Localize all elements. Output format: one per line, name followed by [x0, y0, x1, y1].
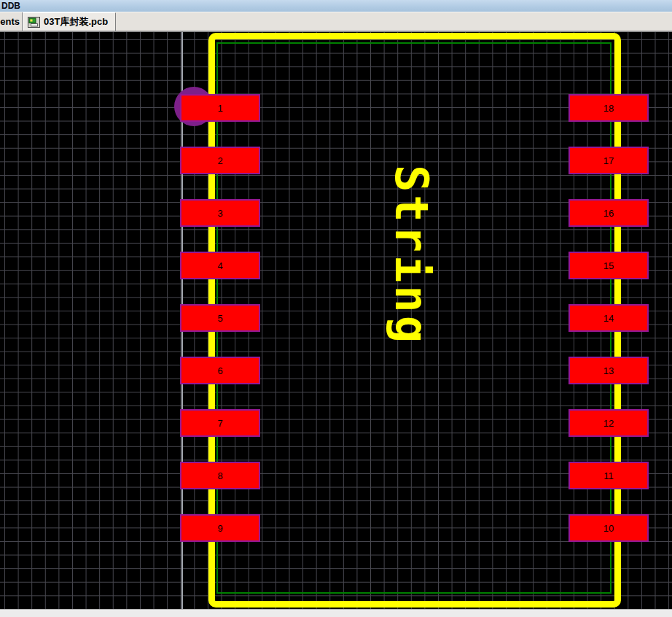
pad-5[interactable]: 5: [180, 304, 260, 332]
tab-documents-label: ents: [0, 16, 20, 27]
pad-3[interactable]: 3: [180, 199, 260, 227]
pad-7[interactable]: 7: [180, 409, 260, 437]
pad-12[interactable]: 12: [569, 409, 649, 437]
pad-number: 12: [603, 418, 614, 429]
pcb-document-icon: [28, 17, 40, 28]
horizontal-scrollbar[interactable]: [0, 609, 672, 617]
pad-15[interactable]: 15: [569, 252, 649, 279]
silkscreen-string-text[interactable]: String: [387, 153, 435, 357]
pad-number: 18: [603, 103, 614, 114]
pad-16[interactable]: 16: [569, 199, 649, 227]
pad-number: 13: [603, 365, 614, 376]
pad-number: 9: [217, 523, 222, 534]
pad-6[interactable]: 6: [180, 357, 260, 384]
pad-number: 15: [603, 260, 614, 271]
pad-11[interactable]: 11: [569, 462, 649, 489]
pad-1[interactable]: 1: [180, 94, 260, 122]
pad-number: 2: [217, 155, 222, 166]
pad-17[interactable]: 17: [569, 147, 649, 174]
pad-number: 3: [217, 208, 222, 219]
pad-number: 11: [603, 470, 614, 481]
pad-number: 5: [217, 313, 222, 324]
pad-number: 14: [603, 313, 614, 324]
pad-number: 10: [603, 523, 614, 534]
document-tab-bar: ents 03T库封装.pcb: [0, 12, 672, 32]
pad-number: 17: [603, 155, 614, 166]
pad-8[interactable]: 8: [180, 462, 260, 489]
title-bar: DDB: [0, 0, 672, 12]
pad-number: 6: [217, 365, 222, 376]
pcb-editor-canvas[interactable]: String 123456789181716151413121110: [0, 32, 672, 617]
tab-documents-partial[interactable]: ents: [0, 12, 23, 31]
tab-pcb-library-label: 03T库封装.pcb: [44, 15, 108, 28]
pad-13[interactable]: 13: [569, 357, 649, 384]
pad-number: 7: [217, 418, 222, 429]
tab-pcb-library[interactable]: 03T库封装.pcb: [23, 12, 116, 31]
pad-9[interactable]: 9: [180, 514, 260, 542]
pad-number: 1: [217, 103, 222, 114]
pad-18[interactable]: 18: [569, 94, 649, 122]
pad-2[interactable]: 2: [180, 147, 260, 174]
pad-10[interactable]: 10: [569, 514, 649, 542]
pad-14[interactable]: 14: [569, 304, 649, 332]
window-title: DDB: [0, 0, 20, 12]
pad-4[interactable]: 4: [180, 252, 260, 279]
pad-number: 4: [217, 260, 222, 271]
pad-number: 8: [217, 470, 222, 481]
pad-number: 16: [603, 208, 614, 219]
